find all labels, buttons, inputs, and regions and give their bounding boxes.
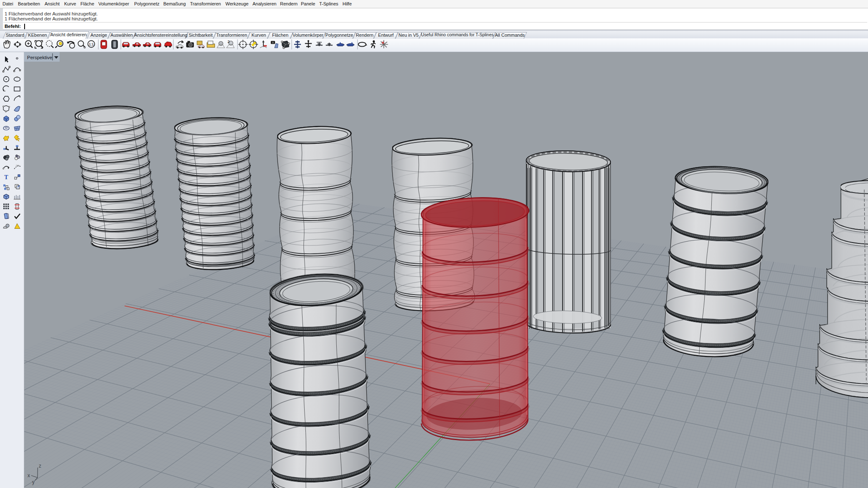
svg-text:Perspektive: Perspektive [27, 55, 52, 60]
svg-text:2: 2 [228, 40, 230, 44]
svg-text:z: z [39, 463, 41, 469]
svg-text:x: x [28, 473, 30, 478]
svg-text:y: y [32, 479, 35, 485]
svg-text:T: T [4, 174, 8, 180]
svg-text:1:1: 1:1 [89, 43, 94, 46]
